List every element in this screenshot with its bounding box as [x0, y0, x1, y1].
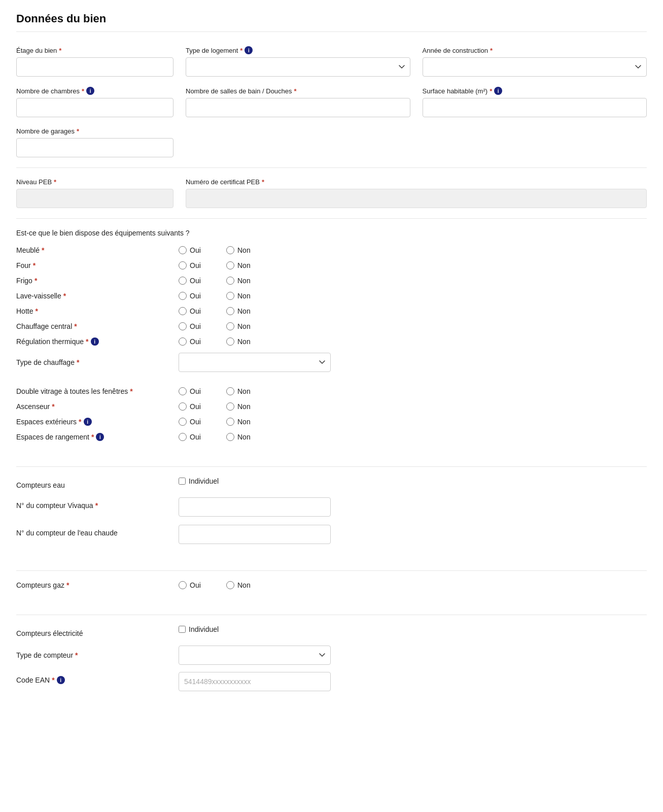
label-espaces-exterieurs: Espaces extérieurs * i — [16, 418, 179, 426]
radio-input-double-vitrage-oui[interactable] — [179, 387, 187, 395]
radio-input-meuble-oui[interactable] — [179, 246, 187, 254]
radio-compteurs-gaz-oui[interactable]: Oui — [179, 581, 214, 589]
radio-frigo-oui[interactable]: Oui — [179, 277, 214, 285]
info-icon-chambres[interactable]: i — [86, 87, 94, 95]
input-code-ean[interactable] — [179, 672, 331, 691]
row-four: Four * Oui Non — [16, 261, 647, 269]
radio-input-regulation-thermique-non[interactable] — [226, 337, 234, 346]
radio-input-four-oui[interactable] — [179, 261, 187, 269]
input-n-vivaqua[interactable] — [179, 497, 331, 517]
select-type-chauffage[interactable] — [179, 353, 331, 372]
radio-meuble-oui[interactable]: Oui — [179, 246, 214, 254]
divider-electricite — [16, 615, 647, 615]
radio-meuble-non[interactable]: Non — [226, 246, 262, 254]
spacer-1 — [16, 379, 647, 387]
input-nb-chambres[interactable] — [16, 98, 173, 117]
label-type-logement: Type de logement * i — [186, 46, 410, 54]
radio-hotte-oui[interactable]: Oui — [179, 307, 214, 315]
label-meuble: Meublé * — [16, 246, 179, 254]
select-type-logement[interactable] — [186, 57, 410, 77]
radio-input-compteurs-gaz-oui[interactable] — [179, 581, 187, 589]
radio-four-non[interactable]: Non — [226, 261, 262, 269]
row-compteurs-electricite: Compteurs électricité Individuel — [16, 625, 647, 637]
spacer-4 — [16, 596, 647, 604]
info-icon-code-ean[interactable]: i — [57, 676, 65, 684]
radio-espaces-exterieurs-non[interactable]: Non — [226, 418, 262, 426]
label-n-eau-chaude: N° du compteur de l'eau chaude — [16, 525, 179, 537]
radio-espaces-rangement-non[interactable]: Non — [226, 433, 262, 441]
input-nb-salles-bain[interactable] — [186, 98, 410, 117]
radio-input-lave-vaisselle-non[interactable] — [226, 292, 234, 300]
info-icon-espaces-rangement[interactable]: i — [96, 433, 104, 441]
radio-double-vitrage-non[interactable]: Non — [226, 387, 262, 395]
radio-chauffage-central-oui[interactable]: Oui — [179, 322, 214, 330]
radio-lave-vaisselle-non[interactable]: Non — [226, 292, 262, 300]
radio-input-frigo-non[interactable] — [226, 277, 234, 285]
radio-input-espaces-rangement-oui[interactable] — [179, 433, 187, 441]
radio-input-compteurs-gaz-non[interactable] — [226, 581, 234, 589]
checkbox-input-individuel-electricite[interactable] — [179, 626, 186, 633]
radio-input-ascenseur-non[interactable] — [226, 402, 234, 411]
select-annee-construction[interactable] — [423, 57, 647, 77]
label-n-vivaqua: N° du compteur Vivaqua * — [16, 497, 179, 510]
info-icon-surface[interactable]: i — [494, 87, 502, 95]
info-icon-espaces-exterieurs[interactable]: i — [84, 418, 92, 426]
radio-input-espaces-exterieurs-oui[interactable] — [179, 418, 187, 426]
radio-options-espaces-exterieurs: Oui Non — [179, 418, 262, 426]
radio-input-chauffage-central-oui[interactable] — [179, 322, 187, 330]
radio-input-espaces-rangement-non[interactable] — [226, 433, 234, 441]
input-nb-garages[interactable] — [16, 138, 173, 157]
radio-espaces-exterieurs-oui[interactable]: Oui — [179, 418, 214, 426]
radio-ascenseur-non[interactable]: Non — [226, 402, 262, 411]
radio-regulation-thermique-oui[interactable]: Oui — [179, 337, 214, 346]
required-hotte: * — [35, 307, 38, 315]
radio-input-four-non[interactable] — [226, 261, 234, 269]
radio-input-chauffage-central-non[interactable] — [226, 322, 234, 330]
radio-hotte-non[interactable]: Non — [226, 307, 262, 315]
radio-four-oui[interactable]: Oui — [179, 261, 214, 269]
row-meuble: Meublé * Oui Non — [16, 246, 647, 254]
info-icon-regulation-thermique[interactable]: i — [91, 337, 99, 346]
select-type-compteur[interactable] — [179, 646, 331, 665]
label-niveau-peb: Niveau PEB * — [16, 178, 173, 186]
radio-input-regulation-thermique-oui[interactable] — [179, 337, 187, 346]
checkbox-input-individuel-eau[interactable] — [179, 478, 186, 485]
info-icon-type-logement[interactable]: i — [245, 46, 253, 54]
radio-frigo-non[interactable]: Non — [226, 277, 262, 285]
row-regulation-thermique: Régulation thermique * i Oui Non — [16, 337, 647, 346]
radio-input-double-vitrage-non[interactable] — [226, 387, 234, 395]
radio-options-compteurs-gaz: Oui Non — [179, 581, 262, 589]
radio-input-hotte-oui[interactable] — [179, 307, 187, 315]
radio-input-meuble-non[interactable] — [226, 246, 234, 254]
spacer-2 — [16, 448, 647, 456]
radio-double-vitrage-oui[interactable]: Oui — [179, 387, 214, 395]
radio-input-ascenseur-oui[interactable] — [179, 402, 187, 411]
page-title: Données du bien — [16, 12, 647, 32]
control-code-ean — [179, 672, 331, 691]
label-four: Four * — [16, 261, 179, 269]
group-nb-garages: Nombre de garages * — [16, 127, 173, 157]
row-type-compteur: Type de compteur * — [16, 646, 647, 665]
radio-compteurs-gaz-non[interactable]: Non — [226, 581, 262, 589]
label-nb-chambres: Nombre de chambres * i — [16, 87, 173, 95]
label-hotte: Hotte * — [16, 307, 179, 315]
group-annee-construction: Année de construction * — [423, 47, 647, 77]
radio-espaces-rangement-oui[interactable]: Oui — [179, 433, 214, 441]
input-n-eau-chaude[interactable] — [179, 525, 331, 544]
radio-input-espaces-exterieurs-non[interactable] — [226, 418, 234, 426]
divider-peb — [16, 167, 647, 168]
checkbox-individuel-electricite[interactable]: Individuel — [179, 625, 331, 633]
row-espaces-rangement: Espaces de rangement * i Oui Non — [16, 433, 647, 441]
radio-regulation-thermique-non[interactable]: Non — [226, 337, 262, 346]
row-espaces-exterieurs: Espaces extérieurs * i Oui Non — [16, 418, 647, 426]
radio-input-lave-vaisselle-oui[interactable] — [179, 292, 187, 300]
input-etage[interactable] — [16, 57, 173, 77]
radio-lave-vaisselle-oui[interactable]: Oui — [179, 292, 214, 300]
radio-input-hotte-non[interactable] — [226, 307, 234, 315]
required-etage: * — [59, 47, 61, 54]
radio-input-frigo-oui[interactable] — [179, 277, 187, 285]
radio-ascenseur-oui[interactable]: Oui — [179, 402, 214, 411]
radio-chauffage-central-non[interactable]: Non — [226, 322, 262, 330]
input-surface-habitable[interactable] — [423, 98, 647, 117]
checkbox-individuel-eau[interactable]: Individuel — [179, 477, 331, 485]
